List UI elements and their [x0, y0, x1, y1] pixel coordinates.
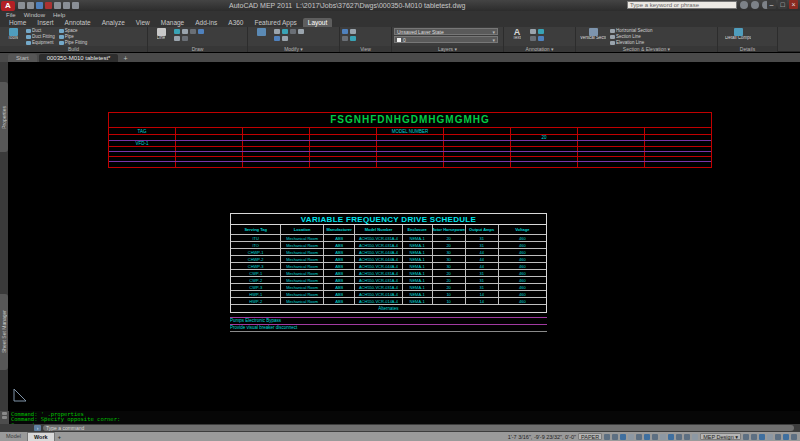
lineweight-icon[interactable]: [676, 434, 682, 440]
text-button[interactable]: A Text: [506, 28, 528, 45]
detail-components-button[interactable]: Detail Components: [720, 28, 756, 45]
tab-featured-apps[interactable]: Featured Apps: [249, 18, 301, 27]
arc-icon[interactable]: [190, 29, 196, 34]
panel-label-draw[interactable]: Draw: [148, 46, 247, 52]
panel-label-layers[interactable]: Layers ▾: [392, 46, 503, 52]
search-input[interactable]: Type a keyword or phrase: [627, 1, 737, 9]
tab-insert[interactable]: Insert: [32, 18, 58, 27]
menu-help[interactable]: Help: [53, 12, 65, 18]
new-layout-icon[interactable]: +: [55, 434, 64, 440]
table-icon[interactable]: [530, 36, 536, 41]
dynamic-input-icon[interactable]: [668, 434, 674, 440]
close-button[interactable]: ×: [789, 0, 798, 9]
view-cube-icon[interactable]: [342, 29, 348, 34]
command-history[interactable]: Command: '_.properties Command: Specify …: [0, 411, 800, 424]
layout-tab-model[interactable]: Model: [0, 432, 27, 441]
erase-icon[interactable]: [274, 36, 280, 41]
orbit-icon[interactable]: [350, 36, 356, 41]
duct-button[interactable]: Duct: [26, 28, 55, 33]
mirror-icon[interactable]: [282, 36, 288, 41]
polyline-icon[interactable]: [174, 29, 180, 34]
vertical-section-button[interactable]: Vertical Section: [578, 28, 608, 45]
object-track-icon[interactable]: [652, 434, 658, 440]
tab-annotate[interactable]: Annotate: [60, 18, 96, 27]
pan-icon[interactable]: [350, 29, 356, 34]
command-palette-grip[interactable]: [0, 411, 9, 424]
ortho-mode-icon[interactable]: [628, 434, 634, 440]
save-icon[interactable]: [36, 2, 43, 9]
panel-label-details[interactable]: Details: [718, 46, 777, 52]
panel-label-build[interactable]: Build: [0, 46, 147, 52]
maximize-button[interactable]: □: [778, 0, 787, 9]
hatch-icon[interactable]: [182, 36, 188, 41]
rectangle-icon[interactable]: [198, 29, 204, 34]
line-button[interactable]: Line: [150, 28, 172, 45]
mark-icon[interactable]: [538, 36, 544, 41]
new-icon[interactable]: [18, 2, 25, 9]
inherit-properties-button[interactable]: [250, 28, 272, 45]
annotation-scale-icon[interactable]: [759, 434, 765, 440]
duct-fitting-button[interactable]: Duct Fitting: [26, 34, 55, 39]
infer-constraints-icon[interactable]: [604, 434, 610, 440]
hardware-accel-icon[interactable]: [783, 434, 789, 440]
panel-label-annotation[interactable]: Annotation ▾: [504, 46, 575, 52]
workspace-icon[interactable]: [72, 2, 79, 9]
tab-layout[interactable]: Layout: [303, 18, 333, 27]
object-snap-icon[interactable]: [644, 434, 650, 440]
annotation-autoscale-icon[interactable]: [751, 434, 757, 440]
tab-drawing[interactable]: 000350-M010 tabletest*: [39, 54, 119, 62]
dimension-icon[interactable]: [530, 29, 536, 34]
command-input[interactable]: Type a command: [43, 425, 794, 431]
search-icon[interactable]: [740, 1, 748, 9]
trim-icon[interactable]: [298, 29, 304, 34]
panel-label-modify[interactable]: Modify ▾: [248, 46, 339, 52]
tools-button[interactable]: Tools: [2, 28, 24, 45]
tab-analyze[interactable]: Analyze: [97, 18, 130, 27]
menu-file[interactable]: File: [6, 12, 16, 18]
undo-icon[interactable]: [54, 2, 61, 9]
isolate-objects-icon[interactable]: [775, 434, 781, 440]
tab-home[interactable]: Home: [4, 18, 31, 27]
quick-properties-icon[interactable]: [692, 434, 698, 440]
minimize-button[interactable]: –: [767, 0, 776, 9]
signin-icon[interactable]: [751, 1, 759, 9]
tab-view[interactable]: View: [131, 18, 155, 27]
panel-label-view[interactable]: View: [340, 46, 391, 52]
layer-state-dropdown[interactable]: Unsaved Layer State▾: [394, 28, 498, 35]
tab-addins[interactable]: Add-ins: [190, 18, 222, 27]
sheet-set-manager-palette-tab[interactable]: Sheet Set Manager: [0, 294, 8, 370]
annotation-visibility-icon[interactable]: [743, 434, 749, 440]
open-icon[interactable]: [27, 2, 34, 9]
grid-display-icon[interactable]: [620, 434, 626, 440]
layer-dropdown[interactable]: 0▾: [394, 36, 498, 43]
zoom-icon[interactable]: [342, 36, 348, 41]
transparency-icon[interactable]: [684, 434, 690, 440]
rotate-icon[interactable]: [290, 29, 296, 34]
plot-icon[interactable]: [45, 2, 52, 9]
section-line-button[interactable]: Section Line: [610, 34, 653, 39]
tab-manage[interactable]: Manage: [156, 18, 190, 27]
pipe-button[interactable]: Pipe: [59, 34, 88, 39]
lock-ui-icon[interactable]: [767, 434, 773, 440]
leader-icon[interactable]: [538, 29, 544, 34]
new-drawing-icon[interactable]: +: [120, 55, 130, 62]
paper-model-toggle[interactable]: PAPER: [578, 433, 602, 440]
move-icon[interactable]: [274, 29, 280, 34]
workspace-switcher[interactable]: MEP Design ▾: [700, 433, 741, 440]
drawing-canvas[interactable]: Properties Sheet Set Manager FSGNHFDNHGD…: [0, 62, 800, 411]
menu-window[interactable]: Window: [24, 12, 45, 18]
ellipse-icon[interactable]: [174, 36, 180, 41]
equipment-button[interactable]: Equipment: [26, 40, 55, 45]
properties-palette-tab[interactable]: Properties: [0, 82, 8, 152]
layout-tab-work[interactable]: Work: [27, 432, 55, 441]
snap-mode-icon[interactable]: [612, 434, 618, 440]
clean-screen-icon[interactable]: [791, 434, 797, 440]
horizontal-section-button[interactable]: Horizontal Section: [610, 28, 653, 33]
copy-icon[interactable]: [282, 29, 288, 34]
dynamic-ucs-icon[interactable]: [660, 434, 666, 440]
app-logo-icon[interactable]: A: [1, 1, 15, 11]
tab-start[interactable]: Start: [8, 54, 37, 62]
circle-icon[interactable]: [182, 29, 188, 34]
tab-a360[interactable]: A360: [223, 18, 248, 27]
redo-icon[interactable]: [63, 2, 70, 9]
